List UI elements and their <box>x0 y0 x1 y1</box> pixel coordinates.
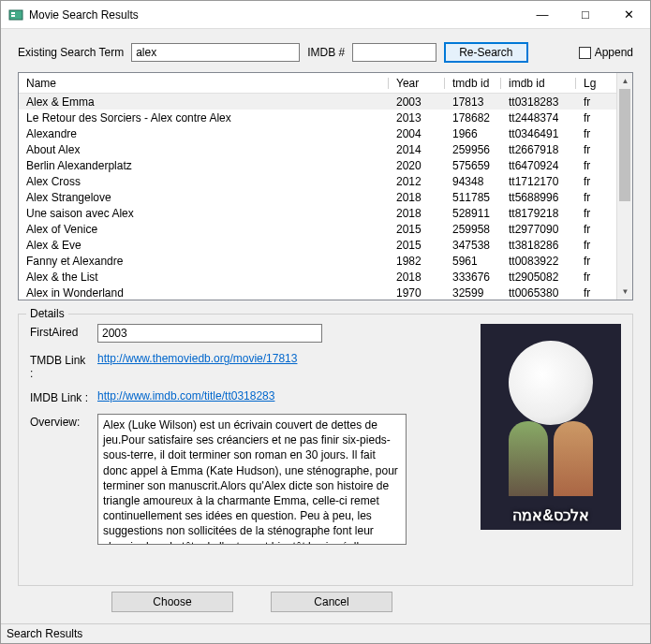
table-row[interactable]: Alex Cross201294348tt1712170fr <box>19 173 616 189</box>
cell-name: About Alex <box>19 143 389 156</box>
cell-imdb: tt0065380 <box>501 286 576 300</box>
statusbar: Search Results <box>1 623 650 643</box>
cell-tmdb: 259956 <box>445 143 501 156</box>
scroll-down-icon[interactable]: ▼ <box>617 284 633 300</box>
cell-name: Alex Cross <box>19 175 389 188</box>
cell-lg: fr <box>576 191 614 204</box>
cell-name: Alex Strangelove <box>19 191 389 204</box>
cell-tmdb: 32599 <box>445 286 501 300</box>
table-row[interactable]: Alex of Venice2015259958tt2977090fr <box>19 221 616 237</box>
cell-imdb: tt3818286 <box>501 239 576 252</box>
poster-people-icon <box>481 421 621 496</box>
cell-lg: fr <box>576 286 614 300</box>
cell-lg: fr <box>576 95 614 109</box>
cell-year: 2020 <box>389 159 445 172</box>
dialog-buttons: Choose Cancel <box>18 586 633 618</box>
table-row[interactable]: About Alex2014259956tt2667918fr <box>19 141 616 157</box>
cell-lg: fr <box>576 223 614 236</box>
col-header-name[interactable]: Name <box>19 75 389 92</box>
cell-year: 1982 <box>389 255 445 268</box>
cell-year: 2018 <box>389 207 445 220</box>
table-row[interactable]: Alex & Eve2015347538tt3818286fr <box>19 237 616 253</box>
table-row[interactable]: Alex & the List2018333676tt2905082fr <box>19 269 616 285</box>
cell-year: 2013 <box>389 111 445 124</box>
cell-name: Une saison avec Alex <box>19 207 389 220</box>
imdb-link-label: IMDB Link : <box>30 389 90 404</box>
table-header: Name Year tmdb id imdb id Lg <box>19 73 616 94</box>
table-row[interactable]: Alexandre20041966tt0346491fr <box>19 125 616 141</box>
svg-rect-2 <box>11 15 15 17</box>
poster-image: אלכס&אמה <box>481 324 621 530</box>
table-row[interactable]: Fanny et Alexandre19825961tt0083922fr <box>19 253 616 269</box>
cell-name: Alex & the List <box>19 271 389 284</box>
append-checkbox[interactable]: Append <box>579 46 633 59</box>
results-table: Name Year tmdb id imdb id Lg Alex & Emma… <box>18 72 633 300</box>
table-row[interactable]: Alex & Emma200317813tt0318283fr <box>19 94 616 110</box>
cell-tmdb: 1966 <box>445 127 501 140</box>
cell-lg: fr <box>576 159 614 172</box>
first-aired-input[interactable] <box>97 324 322 343</box>
cell-lg: fr <box>576 271 614 284</box>
cell-imdb: tt0318283 <box>501 95 576 109</box>
table-row[interactable]: Le Retour des Sorciers - Alex contre Ale… <box>19 110 616 125</box>
cell-imdb: tt6470924 <box>501 159 576 172</box>
cell-name: Berlin Alexanderplatz <box>19 159 389 172</box>
cell-tmdb: 333676 <box>445 271 501 284</box>
maximize-button[interactable]: □ <box>564 1 607 29</box>
cell-year: 2018 <box>389 191 445 204</box>
app-icon <box>8 7 23 22</box>
cell-tmdb: 17813 <box>445 95 501 109</box>
cell-imdb: tt5688996 <box>501 191 576 204</box>
cell-name: Le Retour des Sorciers - Alex contre Ale… <box>19 111 389 124</box>
window: Movie Search Results — □ ✕ Existing Sear… <box>0 0 651 644</box>
scroll-thumb[interactable] <box>619 89 630 201</box>
scrollbar[interactable]: ▲ ▼ <box>616 73 632 300</box>
cell-tmdb: 528911 <box>445 207 501 220</box>
cell-year: 2004 <box>389 127 445 140</box>
cell-imdb: tt1712170 <box>501 175 576 188</box>
choose-button[interactable]: Choose <box>111 592 233 612</box>
poster-caption: אלכס&אמה <box>512 506 589 524</box>
overview-label: Overview: <box>30 414 90 429</box>
col-header-year[interactable]: Year <box>389 75 445 92</box>
cell-year: 2018 <box>389 271 445 284</box>
table-row[interactable]: Berlin Alexanderplatz2020575659tt6470924… <box>19 157 616 173</box>
cell-year: 2014 <box>389 143 445 156</box>
cell-imdb: tt8179218 <box>501 207 576 220</box>
col-header-imdb[interactable]: imdb id <box>501 75 576 92</box>
search-row: Existing Search Term IMDB # Re-Search Ap… <box>18 42 633 63</box>
minimize-button[interactable]: — <box>521 1 564 29</box>
cell-lg: fr <box>576 143 614 156</box>
cell-name: Alexandre <box>19 127 389 140</box>
cell-tmdb: 178682 <box>445 111 501 124</box>
details-group-label: Details <box>26 307 68 320</box>
titlebar: Movie Search Results — □ ✕ <box>1 1 650 29</box>
cell-name: Alex & Emma <box>19 95 389 109</box>
table-row[interactable]: Alex Strangelove2018511785tt5688996fr <box>19 189 616 205</box>
cancel-button[interactable]: Cancel <box>271 592 392 612</box>
scroll-up-icon[interactable]: ▲ <box>617 73 633 89</box>
tmdb-link[interactable]: http://www.themoviedb.org/movie/17813 <box>97 352 297 365</box>
col-header-tmdb[interactable]: tmdb id <box>445 75 501 92</box>
overview-text[interactable]: Alex (Luke Wilson) est un écrivain couve… <box>97 414 407 545</box>
cell-tmdb: 94348 <box>445 175 501 188</box>
cell-lg: fr <box>576 255 614 268</box>
existing-search-input[interactable] <box>131 43 300 62</box>
cell-tmdb: 511785 <box>445 191 501 204</box>
imdb-number-input[interactable] <box>352 43 436 62</box>
cell-year: 2015 <box>389 239 445 252</box>
cell-tmdb: 347538 <box>445 239 501 252</box>
table-row[interactable]: Une saison avec Alex2018528911tt8179218f… <box>19 205 616 221</box>
cell-tmdb: 575659 <box>445 159 501 172</box>
imdb-link[interactable]: http://www.imdb.com/title/tt0318283 <box>97 389 274 402</box>
research-button[interactable]: Re-Search <box>444 42 527 63</box>
table-row[interactable]: Alex in Wonderland197032599tt0065380fr <box>19 285 616 300</box>
svg-rect-1 <box>11 12 15 14</box>
cell-lg: fr <box>576 127 614 140</box>
poster-moon-icon <box>509 341 593 425</box>
cell-name: Alex in Wonderland <box>19 286 389 300</box>
cell-imdb: tt2977090 <box>501 223 576 236</box>
col-header-lg[interactable]: Lg <box>576 75 614 92</box>
cell-name: Alex & Eve <box>19 239 389 252</box>
close-button[interactable]: ✕ <box>607 1 650 29</box>
